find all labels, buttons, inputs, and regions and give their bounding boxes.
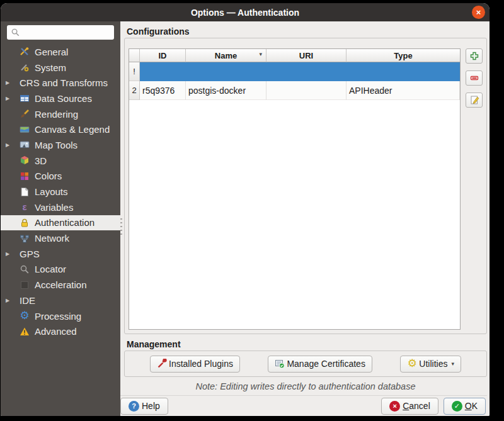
- gear-icon: ⚙: [407, 359, 417, 369]
- plus-icon: [469, 51, 479, 61]
- cell-type[interactable]: [346, 62, 460, 81]
- ok-button[interactable]: ✓ OK: [444, 398, 486, 415]
- settings-tree: General System ▶ CRS and Transforms: [1, 44, 120, 339]
- ok-icon: ✓: [452, 401, 462, 412]
- map-icon: [20, 125, 35, 135]
- page-icon: [20, 187, 35, 197]
- sidebar-item-ide[interactable]: ▶ IDE: [1, 293, 120, 308]
- options-dialog: Options — Authentication ×: [1, 3, 490, 416]
- cell-id[interactable]: [140, 62, 186, 81]
- epsilon-icon: ε: [20, 202, 35, 212]
- cell-uri[interactable]: [266, 62, 346, 81]
- sidebar-item-processing[interactable]: ⚙ Processing: [1, 308, 120, 324]
- sidebar-item-general[interactable]: General: [1, 44, 120, 60]
- title-bar[interactable]: Options — Authentication ×: [1, 3, 490, 21]
- dropdown-caret-icon: ▾: [451, 361, 454, 367]
- sidebar-item-label: Acceleration: [35, 279, 87, 290]
- pencil-icon: [469, 95, 479, 105]
- sidebar-item-canvas-legend[interactable]: Canvas & Legend: [1, 121, 120, 137]
- sidebar-item-locator[interactable]: Locator: [1, 262, 120, 278]
- column-header-type[interactable]: Type: [346, 49, 460, 62]
- row-header: !: [129, 62, 140, 81]
- management-group: Installed Plugins Manage Certificates ⚙ …: [124, 351, 487, 377]
- column-header-uri[interactable]: URI: [266, 49, 346, 62]
- certificate-icon: [275, 359, 285, 369]
- sidebar-item-authentication[interactable]: Authentication: [1, 215, 120, 231]
- configurations-group: ID Name ▾ URI Type: [124, 38, 487, 334]
- settings-sidebar: General System ▶ CRS and Transforms: [1, 21, 120, 416]
- cube-3d-icon: [20, 155, 35, 166]
- cell-name[interactable]: [186, 62, 266, 81]
- lock-icon: [20, 218, 35, 228]
- sidebar-item-system[interactable]: System: [1, 60, 120, 76]
- help-button[interactable]: ? Help: [120, 398, 168, 415]
- cell-type[interactable]: APIHeader: [346, 81, 460, 100]
- sidebar-item-label: Map Tools: [35, 140, 77, 150]
- sidebar-item-advanced[interactable]: Advanced: [1, 323, 120, 339]
- sidebar-item-label: GPS: [20, 249, 40, 259]
- sidebar-item-gps[interactable]: ▶ GPS: [1, 246, 120, 262]
- sidebar-item-map-tools[interactable]: ▶ Map Tools: [1, 137, 120, 153]
- cell-id[interactable]: r5q9376: [140, 81, 186, 100]
- table-header-row: ID Name ▾ URI Type: [129, 49, 460, 62]
- corner-header-cell[interactable]: [129, 49, 140, 62]
- add-configuration-button[interactable]: [466, 48, 483, 64]
- expand-icon[interactable]: ▶: [6, 80, 20, 86]
- sidebar-item-crs-and-transforms[interactable]: ▶ CRS and Transforms: [1, 75, 120, 91]
- cell-name[interactable]: postgis-docker: [186, 81, 266, 100]
- minus-icon: [469, 73, 479, 83]
- magnifier-icon: [20, 264, 35, 274]
- close-button[interactable]: ×: [472, 6, 485, 19]
- expand-icon[interactable]: ▶: [6, 96, 20, 101]
- search-input[interactable]: [7, 25, 114, 40]
- table-empty-area: [129, 100, 460, 329]
- dialog-button-box: ? Help × Cancel ✓ OK: [120, 395, 487, 416]
- authentication-panel: Configurations ID Name ▾ URI: [120, 21, 490, 416]
- map-tools-icon: [20, 140, 35, 150]
- cancel-button[interactable]: × Cancel: [381, 398, 438, 415]
- edit-configuration-button[interactable]: [466, 93, 483, 108]
- sidebar-item-label: Layouts: [35, 186, 68, 197]
- sidebar-item-variables[interactable]: ε Variables: [1, 199, 120, 215]
- cell-uri[interactable]: [266, 81, 346, 100]
- utilities-button[interactable]: ⚙ Utilities ▾: [400, 356, 461, 373]
- sidebar-item-colors[interactable]: Colors: [1, 169, 120, 184]
- sidebar-item-label: Colors: [35, 171, 62, 181]
- expand-icon[interactable]: ▶: [6, 142, 20, 148]
- sidebar-item-label: 3D: [35, 155, 47, 166]
- sort-desc-icon: ▾: [259, 51, 262, 57]
- sidebar-item-acceleration[interactable]: Acceleration: [1, 277, 120, 293]
- wrench-gear-icon: [20, 62, 35, 72]
- column-header-name[interactable]: Name ▾: [186, 49, 266, 62]
- installed-plugins-button[interactable]: Installed Plugins: [150, 356, 240, 373]
- sidebar-item-data-sources[interactable]: ▶ Data Sources: [1, 91, 120, 106]
- expand-icon[interactable]: ▶: [6, 251, 20, 257]
- remove-configuration-button[interactable]: [466, 70, 483, 86]
- help-icon: ?: [129, 401, 139, 412]
- table-row[interactable]: 2 r5q9376 postgis-docker APIHeader: [129, 81, 460, 100]
- sidebar-item-label: General: [35, 47, 68, 57]
- sidebar-item-label: Variables: [35, 202, 73, 213]
- manage-certificates-button[interactable]: Manage Certificates: [268, 356, 372, 373]
- table-row[interactable]: !: [129, 62, 460, 81]
- sidebar-item-layouts[interactable]: Layouts: [1, 184, 120, 199]
- sidebar-item-label: IDE: [20, 295, 35, 306]
- management-group-title: Management: [127, 339, 487, 349]
- search-icon: [11, 28, 20, 37]
- color-swatches-icon: [20, 171, 35, 181]
- column-header-id[interactable]: ID: [140, 49, 186, 62]
- sidebar-item-label: System: [35, 62, 66, 73]
- note-text: Note: Editing writes directly to authent…: [124, 381, 487, 391]
- splitter-handle[interactable]: [120, 218, 122, 235]
- sidebar-item-network[interactable]: Network: [1, 230, 120, 246]
- expand-icon[interactable]: ▶: [6, 298, 20, 303]
- row-header: 2: [129, 81, 140, 100]
- sidebar-item-label: Data Sources: [35, 93, 92, 104]
- gear-icon: ⚙: [20, 311, 35, 321]
- sidebar-item-label: Network: [35, 233, 69, 244]
- sidebar-item-label: Authentication: [35, 217, 94, 228]
- sidebar-item-label: Advanced: [35, 326, 77, 337]
- configurations-group-title: Configurations: [127, 26, 487, 36]
- sidebar-item-3d[interactable]: 3D: [1, 153, 120, 169]
- sidebar-item-rendering[interactable]: Rendering: [1, 106, 120, 122]
